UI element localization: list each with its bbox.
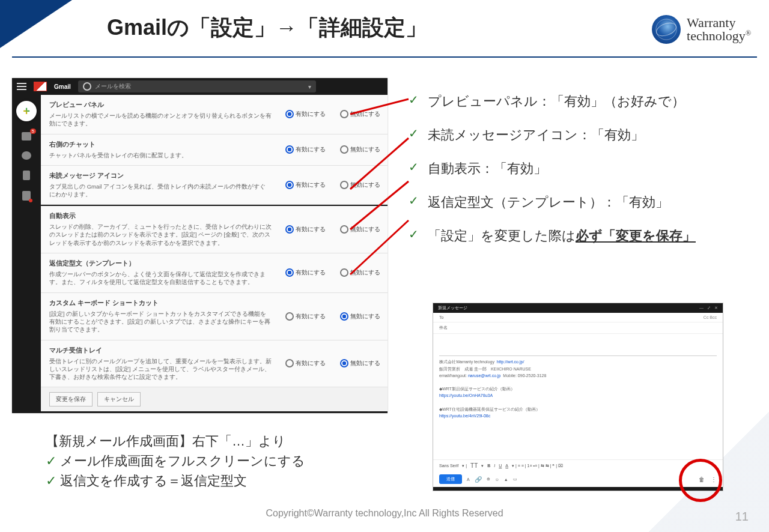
send-button[interactable]: 送信 — [439, 474, 462, 484]
setting-description: チャットパネルを受信トレイの右側に配置します。 — [49, 151, 272, 159]
bottom-note-templates: ✓返信文を作成する＝返信定型文 — [46, 471, 305, 491]
radio-disable[interactable]: 無効にする — [340, 145, 380, 154]
check-item-save: ✓「設定」を変更した際は必ず「変更を保存」 — [409, 227, 751, 245]
bottom-note-fullscreen: ✓メール作成画面をフルスクリーンにする — [46, 451, 305, 471]
radio-disable[interactable]: 無効にする — [340, 268, 380, 277]
radio-enable[interactable]: 有効にする — [285, 145, 326, 154]
compose-to-row[interactable]: To Cc Bcc — [433, 313, 723, 322]
gmail-sidebar: + — [12, 95, 41, 413]
save-button[interactable]: 変更を保存 — [49, 392, 93, 407]
minimize-icon[interactable]: — — [699, 306, 704, 310]
check-icon: ✓ — [409, 160, 422, 174]
link-icon[interactable]: ⊕ — [487, 477, 490, 482]
phone-icon[interactable] — [22, 191, 31, 201]
format-icon[interactable]: A — [467, 477, 470, 482]
compose-header: 新規メッセージ —⤢✕ — [433, 303, 723, 313]
compose-button[interactable]: + — [16, 101, 37, 121]
gmail-setting-row: マルチ受信トレイ受信トレイに別のメールグループを追加して、重要なメールを一覧表示… — [41, 340, 388, 388]
setting-title: プレビュー パネル — [49, 101, 379, 109]
svg-point-0 — [656, 19, 676, 40]
check-icon: ✓ — [409, 227, 422, 241]
bottom-notes-heading: 【新規メール作成画面】右下「…」より — [46, 431, 305, 451]
setting-title: 返信定型文（テンプレート） — [49, 259, 379, 268]
check-icon: ✓ — [409, 92, 422, 107]
gmail-setting-row: 右側のチャットチャットパネルを受信トレイの右側に配置します。有効にする無効にする — [41, 135, 388, 166]
copyright: Copyright©Warranty technology,Inc All Ri… — [0, 508, 769, 519]
slide-divider — [12, 56, 757, 58]
drive-icon[interactable]: ▲ — [504, 477, 508, 482]
slide-corner-decoration — [0, 0, 72, 48]
check-item-preview: ✓プレビューパネル：「有効」（お好みで） — [409, 92, 751, 110]
radio-enable[interactable]: 有効にする — [285, 110, 326, 118]
compose-window-screenshot: 新規メッセージ —⤢✕ To Cc Bcc 件名 株式会社Warranty te… — [433, 303, 723, 491]
setting-title: マルチ受信トレイ — [49, 346, 379, 355]
gmail-topbar: Gmail メールを検索 ▾ — [12, 78, 388, 95]
checklist: ✓プレビューパネル：「有効」（お好みで） ✓未読メッセージアイコン：「有効」 ✓… — [409, 92, 751, 245]
gmail-settings-screenshot: Gmail メールを検索 ▾ + プレビュー パネルメールリストの横でメールを読… — [12, 78, 388, 413]
image-icon[interactable]: ▭ — [513, 477, 517, 482]
radio-disable[interactable]: 無効にする — [340, 359, 380, 367]
check-icon: ✓ — [409, 193, 422, 208]
check-item-unread: ✓未読メッセージアイコン：「有効」 — [409, 126, 751, 144]
compose-body[interactable]: 株式会社Warranty technology http://wrt.co.jp… — [433, 334, 723, 459]
compose-subject[interactable]: 件名 — [433, 322, 723, 334]
radio-enable[interactable]: 有効にする — [285, 359, 326, 367]
hamburger-icon[interactable] — [17, 86, 26, 87]
setting-title: カスタム キーボード ショートカット — [49, 299, 379, 307]
brand-logo-icon — [652, 15, 681, 44]
annotation-circle — [679, 459, 722, 502]
slide-title: Gmailの「設定」→「詳細設定」 — [107, 13, 427, 43]
cancel-button[interactable]: キャンセル — [97, 392, 141, 407]
fullscreen-icon[interactable]: ⤢ — [707, 306, 711, 310]
setting-description: [設定] の新しいタブからキーボード ショートカットをカスタマイズできる機能を有… — [49, 310, 272, 334]
settings-save-row: 変更を保存キャンセル — [41, 387, 388, 411]
check-item-autoadvance: ✓自動表示：「有効」 — [409, 160, 751, 178]
search-input[interactable]: メールを検索 ▾ — [78, 80, 316, 92]
setting-description: 受信トレイに別のメールグループを追加して、重要なメールを一覧表示します。新しいス… — [49, 357, 272, 381]
gmail-setting-row: 未読メッセージ アイコンタブ見出しの Gmail アイコンを見れば、受信トレイ内… — [41, 166, 388, 205]
check-item-templates: ✓返信定型文（テンプレート）：「有効」 — [409, 193, 751, 211]
contacts-icon[interactable] — [23, 171, 30, 180]
radio-enable[interactable]: 有効にする — [285, 312, 326, 321]
setting-title: 未読メッセージ アイコン — [49, 172, 379, 180]
emoji-icon[interactable]: ☺ — [495, 477, 499, 482]
close-icon[interactable]: ✕ — [714, 306, 718, 310]
setting-description: 作成ツールバーのボタンから、よく使う文面を保存して返信定型文を作成できます。また… — [49, 270, 272, 286]
setting-description: メールリストの横でメールを読める機能のオンとオフを切り替えられるボタンを有効にで… — [49, 112, 272, 128]
gmail-setting-row: プレビュー パネルメールリストの横でメールを読める機能のオンとオフを切り替えられ… — [41, 95, 388, 135]
brand-block: Warranty technology® — [652, 15, 751, 44]
gmail-product-label: Gmail — [54, 83, 71, 90]
page-number: 11 — [735, 510, 749, 524]
inbox-icon[interactable] — [22, 132, 31, 141]
radio-enable[interactable]: 有効にする — [285, 268, 326, 277]
gmail-setting-row: 自動表示スレッドの削除、アーカイブ、ミュートを行ったときに、受信トレイの代わりに… — [41, 206, 388, 253]
radio-disable[interactable]: 無効にする — [340, 312, 380, 321]
setting-description: スレッドの削除、アーカイブ、ミュートを行ったときに、受信トレイの代わりに次のスレ… — [49, 223, 272, 247]
check-icon: ✓ — [409, 126, 422, 141]
gmail-settings-panel: プレビュー パネルメールリストの横でメールを読める機能のオンとオフを切り替えられ… — [41, 95, 388, 413]
setting-title: 自動表示 — [49, 212, 379, 220]
gmail-setting-row: カスタム キーボード ショートカット[設定] の新しいタブからキーボード ショー… — [41, 293, 388, 340]
radio-enable[interactable]: 有効にする — [285, 181, 326, 189]
gmail-setting-row: 返信定型文（テンプレート）作成ツールバーのボタンから、よく使う文面を保存して返信… — [41, 253, 388, 293]
setting-description: タブ見出しの Gmail アイコンを見れば、受信トレイ内の未読メールの件数がすぐ… — [49, 183, 272, 199]
compose-format-toolbar[interactable]: Sans Serif ▾ | TT ▾ B I U A ▾ | ≡ ≡ | 1≡… — [433, 459, 723, 471]
search-placeholder: メールを検索 — [95, 82, 131, 91]
brand-name: Warranty technology® — [687, 16, 751, 43]
gmail-logo-icon — [34, 82, 47, 91]
radio-enable[interactable]: 有効にする — [285, 225, 326, 234]
radio-disable[interactable]: 無効にする — [340, 110, 380, 118]
bottom-notes: 【新規メール作成画面】右下「…」より ✓メール作成画面をフルスクリーンにする ✓… — [46, 431, 305, 491]
chat-icon[interactable] — [22, 151, 31, 160]
radio-disable[interactable]: 無効にする — [340, 181, 380, 189]
attach-icon[interactable]: 🔗 — [475, 476, 482, 483]
radio-disable[interactable]: 無効にする — [340, 225, 380, 234]
